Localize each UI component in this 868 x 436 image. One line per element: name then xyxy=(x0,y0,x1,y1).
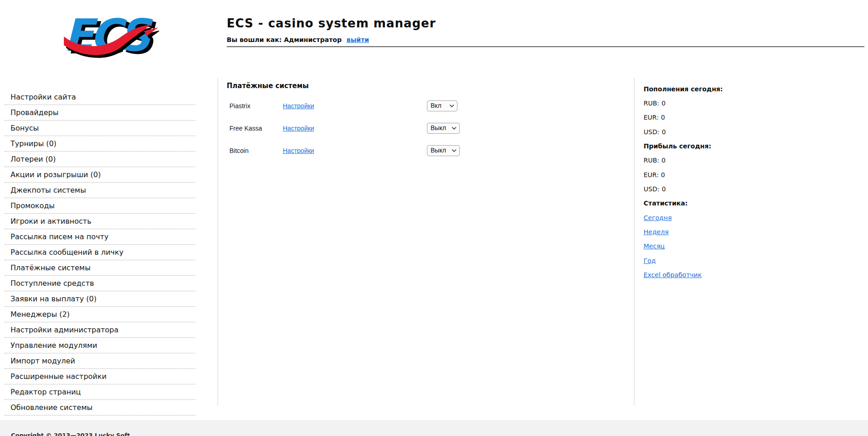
section-title-payment-systems: Платёжные системы xyxy=(227,82,309,90)
sidebar-item-module-import[interactable]: Импорт модулей xyxy=(5,353,195,369)
sidebar-item-jackpots[interactable]: Джекпоты системы xyxy=(5,183,195,198)
sidebar-item-payout-requests[interactable]: Заявки на выплату (0) xyxy=(5,291,195,307)
left-content-divider xyxy=(218,79,218,405)
payment-state-select-wrap: Выкл xyxy=(427,123,460,134)
sidebar-item-page-editor[interactable]: Редактор страниц xyxy=(5,384,195,400)
statistics-heading: Статистика: xyxy=(644,196,780,210)
payment-state-select-wrap: Выкл xyxy=(427,145,460,156)
currency-label: USD: xyxy=(644,128,660,136)
login-status-label: Вы вошли как: Администратор xyxy=(227,36,342,43)
payment-settings-link[interactable]: Настройки xyxy=(283,125,314,132)
currency-label: EUR: xyxy=(644,171,659,179)
sidebar-item-admin-settings[interactable]: Настройки администратора xyxy=(5,322,195,338)
payment-row-bitcoin: Bitcoin Настройки Выкл xyxy=(227,139,482,162)
deposits-usd: USD: 0 xyxy=(644,125,780,139)
payment-state-select[interactable]: Вкл xyxy=(427,100,457,111)
payment-name: Free Kassa xyxy=(229,125,262,132)
deposits-eur: EUR: 0 xyxy=(644,110,780,125)
sidebar-menu: Настройки сайта Провайдеры Бонусы Турнир… xyxy=(5,89,195,415)
sidebar-item-email-mailing[interactable]: Рассылка писем на почту xyxy=(5,229,195,245)
stats-link-excel[interactable]: Excel обработчик xyxy=(644,271,702,278)
copyright-text: Copyright © 2013—2023 Lucky Soft xyxy=(11,432,868,436)
ecs-logo: ECS ECS xyxy=(61,7,159,68)
sidebar-item-providers[interactable]: Провайдеры xyxy=(5,105,195,121)
profit-today-heading: Прибыль сегодня: xyxy=(644,139,780,153)
sidebar-item-site-settings[interactable]: Настройки сайта xyxy=(5,89,195,105)
currency-label: EUR: xyxy=(644,114,659,121)
sidebar-item-lotteries[interactable]: Лотереи (0) xyxy=(5,152,195,167)
sidebar-item-payment-systems[interactable]: Платёжные системы xyxy=(5,260,195,276)
payment-row-freekassa: Free Kassa Настройки Выкл xyxy=(227,117,482,139)
payment-state-select[interactable]: Выкл xyxy=(427,123,460,134)
login-status: Вы вошли как: Администратор выйти xyxy=(227,36,369,43)
currency-value: 0 xyxy=(661,100,665,107)
page-title: ECS - casino system manager xyxy=(227,16,436,30)
currency-label: RUB: xyxy=(644,100,659,107)
stats-link-month[interactable]: Месяц xyxy=(644,242,665,250)
sidebar-item-pm-mailing[interactable]: Рассылка сообщений в личку xyxy=(5,245,195,260)
sidebar-item-tournaments[interactable]: Турниры (0) xyxy=(5,136,195,152)
currency-value: 0 xyxy=(661,157,665,164)
sidebar-item-promocodes[interactable]: Промокоды xyxy=(5,198,195,214)
profit-eur: EUR: 0 xyxy=(644,168,780,182)
payment-state-select-wrap: Вкл xyxy=(427,100,457,111)
deposits-rub: RUB: 0 xyxy=(644,96,780,110)
sidebar-item-system-update[interactable]: Обновление системы xyxy=(5,400,195,415)
payment-state-select[interactable]: Выкл xyxy=(427,145,460,156)
sidebar-item-bonuses[interactable]: Бонусы xyxy=(5,121,195,136)
stats-link-today[interactable]: Сегодня xyxy=(644,214,672,221)
payment-settings-link[interactable]: Настройки xyxy=(283,147,314,154)
logout-link[interactable]: выйти xyxy=(347,36,369,43)
currency-label: RUB: xyxy=(644,157,659,164)
stats-panel: Пополнения сегодня: RUB: 0 EUR: 0 USD: 0… xyxy=(644,82,780,282)
sidebar-item-players[interactable]: Игроки и активность xyxy=(5,214,195,229)
currency-value: 0 xyxy=(661,171,665,179)
deposits-today-heading: Пополнения сегодня: xyxy=(644,82,780,96)
payment-name: Bitcoin xyxy=(229,147,249,154)
payment-settings-link[interactable]: Настройки xyxy=(283,102,314,110)
sidebar-item-advanced-settings[interactable]: Расширенные настройки xyxy=(5,369,195,384)
currency-value: 0 xyxy=(661,114,665,121)
payment-name: Piastrix xyxy=(229,102,250,110)
stats-link-week[interactable]: Неделя xyxy=(644,228,669,236)
stats-link-year[interactable]: Год xyxy=(644,257,656,264)
currency-value: 0 xyxy=(662,185,666,193)
sidebar-item-promotions[interactable]: Акции и розыгрыши (0) xyxy=(5,167,195,183)
payment-systems-list: Piastrix Настройки Вкл Free Kassa Настро… xyxy=(227,95,482,162)
header-divider xyxy=(227,46,864,47)
sidebar-item-incoming-funds[interactable]: Поступление средств xyxy=(5,276,195,291)
currency-value: 0 xyxy=(662,128,666,136)
sidebar-item-managers[interactable]: Менеджеры (2) xyxy=(5,307,195,322)
right-content-divider xyxy=(634,79,634,405)
currency-label: USD: xyxy=(644,185,660,193)
payment-row-piastrix: Piastrix Настройки Вкл xyxy=(227,95,482,117)
profit-usd: USD: 0 xyxy=(644,182,780,196)
profit-rub: RUB: 0 xyxy=(644,153,780,168)
footer: Copyright © 2013—2023 Lucky Soft xyxy=(0,420,868,436)
sidebar-item-module-management[interactable]: Управление модулями xyxy=(5,338,195,353)
ecs-logo-image: ECS ECS xyxy=(61,7,159,68)
